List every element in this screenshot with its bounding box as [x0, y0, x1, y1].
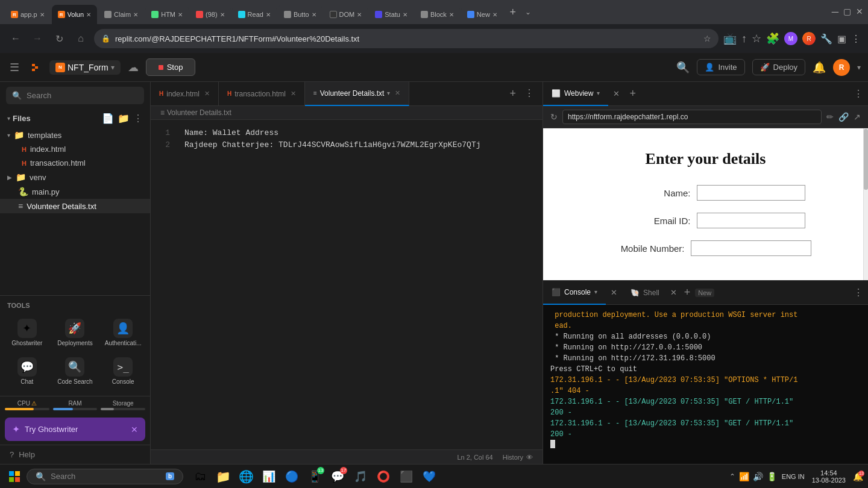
- file-item-index-html[interactable]: H index.html: [0, 142, 150, 156]
- battery-icon[interactable]: 🔋: [767, 472, 777, 481]
- reload-button[interactable]: ↻: [51, 30, 68, 47]
- add-panel-tab-button[interactable]: +: [624, 87, 641, 100]
- console-tab-dropdown[interactable]: ▾: [594, 289, 597, 295]
- console-more-button[interactable]: ⋮: [854, 287, 863, 298]
- file-item-volunteer-txt[interactable]: ≡ Volunteer Details.txt: [0, 199, 150, 213]
- deploy-button[interactable]: 🚀 Deploy: [752, 59, 805, 75]
- browser-tab-9[interactable]: Statu ✕: [369, 5, 414, 24]
- tab-close-2[interactable]: ✕: [291, 90, 296, 98]
- taskbar-vscode-icon[interactable]: 💙: [418, 466, 440, 487]
- dropdown-arrow[interactable]: ▾: [857, 63, 861, 72]
- taskbar-chrome2-icon[interactable]: ⭕: [373, 466, 394, 487]
- console-tab[interactable]: ⬛ Console ▾: [543, 281, 606, 305]
- code-editor[interactable]: 1 2 Name: Wallet Address Rajdeep Chatter…: [151, 120, 542, 449]
- maximize-button[interactable]: ▢: [843, 7, 851, 17]
- tab-dropdown-icon[interactable]: ▾: [387, 90, 390, 96]
- help-button[interactable]: ? Help: [0, 445, 150, 464]
- browser-profile-1[interactable]: M: [784, 32, 797, 45]
- webview-link-icon[interactable]: 🔗: [838, 112, 849, 122]
- sidebar-toggle-icon[interactable]: ▣: [837, 33, 846, 45]
- browser-tab-3[interactable]: Claim ✕: [98, 5, 144, 24]
- browser-tab-2[interactable]: R Volun ✕: [52, 5, 98, 24]
- webview-tab[interactable]: ⬜ Webview ▾: [543, 82, 608, 106]
- tool-ghostwriter[interactable]: ✦ Ghostwriter: [4, 314, 51, 351]
- webview-tab-dropdown[interactable]: ▾: [597, 90, 600, 96]
- templates-folder[interactable]: ▾ 📁 templates: [0, 128, 150, 142]
- taskbar-chrome-icon[interactable]: 🌐: [235, 466, 257, 487]
- sidebar-toggle-button[interactable]: ☰: [7, 58, 22, 77]
- tool-auth[interactable]: 👤 Authenticati...: [99, 314, 146, 351]
- share-icon[interactable]: ↑: [741, 33, 747, 45]
- user-avatar[interactable]: R: [833, 59, 850, 76]
- browser-tab-2-close[interactable]: ✕: [86, 11, 91, 18]
- back-button[interactable]: ←: [7, 30, 24, 47]
- add-editor-tab-button[interactable]: +: [506, 86, 520, 101]
- chevron-up-icon[interactable]: ⌃: [729, 472, 735, 481]
- taskbar-app7-icon[interactable]: 💬 17: [327, 466, 348, 487]
- taskbar-folder-icon[interactable]: 📁: [212, 466, 234, 487]
- start-button[interactable]: [5, 467, 24, 486]
- taskbar-explorer-icon[interactable]: 🗂: [189, 466, 211, 487]
- browser-menu-icon[interactable]: ⋮: [851, 33, 861, 45]
- try-ghostwriter-banner[interactable]: ✦ Try Ghostwriter ✕: [5, 418, 145, 441]
- tab-close-3[interactable]: ✕: [395, 89, 400, 97]
- browser-tab-11[interactable]: New ✕: [461, 5, 503, 24]
- taskbar-spotify-icon[interactable]: 🎵: [350, 466, 371, 487]
- cursor-position[interactable]: Ln 2, Col 64: [457, 454, 492, 461]
- taskbar-lang[interactable]: ENG IN: [782, 473, 805, 480]
- shell-tab[interactable]: 🐚 Shell: [622, 281, 668, 305]
- extension-icon-1[interactable]: 🧩: [766, 32, 779, 45]
- tool-code-search[interactable]: 🔍 Code Search: [52, 352, 99, 390]
- files-section-header[interactable]: ▾ Files 📄 📁 ⋮: [0, 109, 150, 128]
- browser-tab-5[interactable]: (98) ✕: [190, 5, 231, 24]
- taskbar-app4-icon[interactable]: 📊: [258, 466, 280, 487]
- editor-tabs-more-button[interactable]: ⋮: [521, 86, 538, 101]
- extensions-icon[interactable]: 🔧: [820, 33, 832, 45]
- taskbar-app5-icon[interactable]: 🔵: [281, 466, 303, 487]
- webview-open-external-icon[interactable]: ↗: [854, 112, 861, 122]
- form-input-mobile[interactable]: [691, 240, 811, 256]
- webview-refresh-button[interactable]: ↻: [550, 112, 558, 122]
- browser-tab-1[interactable]: R app.p ✕: [5, 5, 51, 24]
- browser-star-icon[interactable]: ☆: [752, 32, 761, 45]
- file-item-main-py[interactable]: 🐍 main.py: [0, 184, 150, 199]
- close-console-tab[interactable]: ✕: [606, 288, 622, 297]
- search-icon-button[interactable]: 🔍: [676, 61, 690, 74]
- webview-panel-more-button[interactable]: ⋮: [854, 89, 863, 99]
- bookmark-icon[interactable]: ☆: [703, 34, 711, 43]
- browser-tab-10[interactable]: Block ✕: [415, 5, 460, 24]
- webview-edit-icon[interactable]: ✏: [826, 112, 834, 122]
- screen-cast-icon[interactable]: 📺: [723, 32, 737, 45]
- tab-close-1[interactable]: ✕: [204, 90, 210, 98]
- browser-tab-7[interactable]: Butto ✕: [278, 5, 322, 24]
- add-console-tab[interactable]: +: [679, 286, 696, 299]
- webview-url-input[interactable]: [562, 110, 822, 124]
- form-input-email[interactable]: [697, 213, 805, 228]
- taskbar-whatsapp-icon[interactable]: 📱 13: [304, 466, 326, 487]
- browser-tab-3-close[interactable]: ✕: [133, 11, 138, 18]
- browser-tab-4[interactable]: HTM ✕: [145, 5, 189, 24]
- history-label[interactable]: History 👁: [503, 454, 533, 461]
- stop-button[interactable]: Stop: [146, 58, 196, 76]
- bell-icon[interactable]: 🔔: [813, 61, 826, 74]
- file-item-transaction-html[interactable]: H transaction.html: [0, 156, 150, 170]
- taskbar-terminal-icon[interactable]: ⬛: [395, 466, 417, 487]
- minimize-button[interactable]: ─: [832, 7, 838, 17]
- home-button[interactable]: ⌂: [72, 30, 89, 47]
- taskbar-search[interactable]: 🔍 Search b: [27, 469, 183, 484]
- venv-folder[interactable]: ▶ 📁 venv: [0, 170, 150, 184]
- close-window-button[interactable]: ✕: [856, 7, 863, 17]
- code-content[interactable]: Name: Wallet Address Rajdeep Chatterjee:…: [180, 127, 542, 442]
- tool-console[interactable]: >_ Console: [99, 352, 146, 390]
- editor-tab-volunteer-txt[interactable]: ≡ Volunteer Details.txt ▾ ✕: [305, 82, 410, 106]
- browser-tab-6[interactable]: Read ✕: [232, 5, 277, 24]
- tab-overflow-button[interactable]: ⌄: [523, 8, 533, 16]
- address-bar[interactable]: 🔒 replit.com/@RAJDEEPCHATTER1/NFTForm#Vo…: [94, 29, 719, 48]
- new-file-icon[interactable]: 📄: [102, 113, 114, 124]
- volume-icon[interactable]: 🔊: [753, 472, 763, 481]
- taskbar-clock[interactable]: 14:54 13-08-2023: [810, 469, 848, 484]
- browser-tab-1-close[interactable]: ✕: [40, 11, 45, 18]
- tool-deployments[interactable]: 🚀 Deployments: [52, 314, 99, 351]
- forward-button[interactable]: →: [29, 30, 46, 47]
- close-webview-tab-button[interactable]: ✕: [608, 89, 624, 98]
